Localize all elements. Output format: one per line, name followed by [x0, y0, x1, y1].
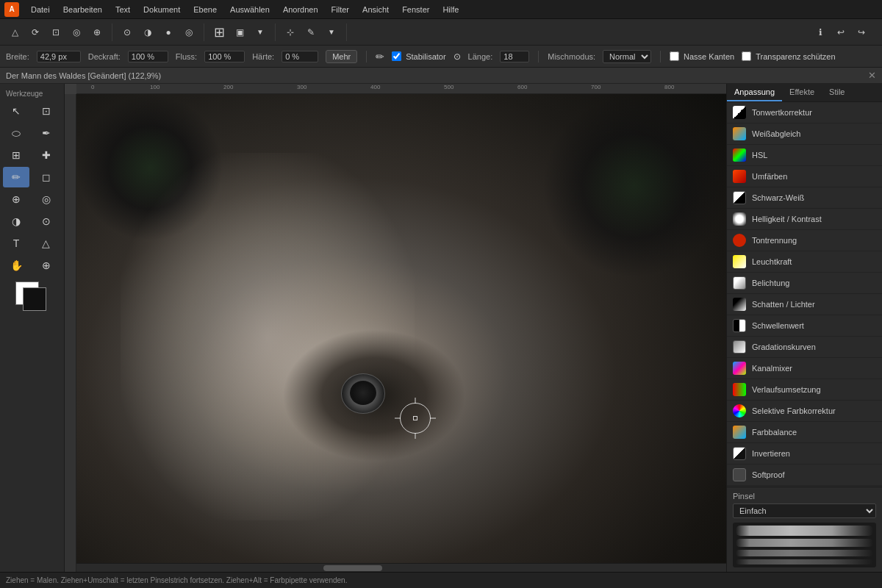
menu-fenster[interactable]: Fenster	[396, 3, 435, 16]
tool-heal[interactable]: ◎	[33, 189, 60, 209]
toolbar-btn-save[interactable]: ⊡	[47, 24, 65, 41]
transparenz-schuetzen-checkbox[interactable]	[742, 51, 751, 61]
menu-filter[interactable]: Filter	[326, 3, 355, 16]
toolbar-redo[interactable]: ↪	[853, 24, 870, 41]
adj-icon-belichtung	[733, 276, 746, 290]
menu-ebene[interactable]: Ebene	[187, 3, 223, 16]
toolbar-btn-share[interactable]: ⊕	[88, 24, 106, 41]
adj-farbbalance[interactable]: Farbbalance	[727, 422, 882, 443]
tool-shape[interactable]: △	[33, 233, 60, 254]
adj-helligkeit[interactable]: Helligkeit / Kontrast	[727, 209, 882, 230]
canvas-image[interactable]	[76, 94, 726, 563]
adj-verlauf[interactable]: Verlaufsumsetzung	[727, 379, 882, 401]
adj-icon-weissabgleich	[733, 127, 746, 140]
color-swatch[interactable]	[15, 282, 49, 309]
status-text: Ziehen = Malen. Ziehen+Umschalt = letzte…	[6, 576, 347, 584]
adj-selektiv[interactable]: Selektive Farbkorrektur	[727, 401, 882, 422]
tool-dodge[interactable]: ◑	[3, 211, 29, 232]
breite-input[interactable]	[37, 51, 81, 62]
close-document-button[interactable]: ✕	[868, 70, 876, 81]
tab-stile[interactable]: Stile	[822, 84, 852, 101]
adj-invertieren[interactable]: Invertieren	[727, 443, 882, 465]
menu-anordnen[interactable]: Anordnen	[277, 3, 324, 16]
adj-weissabgleich[interactable]: Weißabgleich	[727, 123, 882, 145]
tool-marquee[interactable]: ⊡	[33, 101, 60, 121]
adj-label-belichtung: Belichtung	[752, 279, 789, 287]
fluss-input[interactable]	[204, 51, 245, 62]
toolbar-assist-1[interactable]: ⊹	[282, 24, 299, 41]
tab-effekte[interactable]: Effekte	[782, 84, 822, 101]
stabilisator-checkbox[interactable]	[392, 51, 401, 61]
tool-smudge[interactable]: ⊙	[33, 211, 60, 232]
menu-ansicht[interactable]: Ansicht	[356, 3, 395, 16]
laenge-input[interactable]	[500, 51, 529, 62]
toolbar-mode-full[interactable]: ●	[159, 24, 177, 41]
tool-clone[interactable]: ⊕	[3, 189, 29, 209]
fluss-label: Fluss:	[176, 52, 197, 61]
tools-panel-title: Werkzeuge	[3, 88, 61, 101]
brush-type-select[interactable]: Einfach	[733, 503, 876, 518]
tool-brush[interactable]: ✏	[3, 167, 29, 187]
adj-umfarben[interactable]: Umfärben	[727, 166, 882, 187]
main-area: Werkzeuge ↖ ⊡ ⬭ ✒ ⊞ ✚ ✏ ◻ ⊕ ◎ ◑ ⊙ T △ ✋ …	[0, 84, 882, 572]
adj-kanal[interactable]: Kanalmixer	[727, 358, 882, 379]
menu-dokument[interactable]: Dokument	[137, 3, 186, 16]
adj-label-helligkeit: Helligkeit / Kontrast	[752, 215, 822, 223]
foreground-color-swatch[interactable]	[23, 287, 46, 311]
toolbar-btn-export[interactable]: ◎	[68, 24, 85, 41]
tab-anpassung[interactable]: Anpassung	[727, 84, 782, 101]
mehr-button[interactable]: Mehr	[326, 50, 357, 63]
tool-eraser[interactable]: ◻	[33, 167, 60, 187]
adj-gradation[interactable]: Gradationskurven	[727, 337, 882, 358]
adj-tonwertkorrekt[interactable]: Tonwertkorrektur	[727, 102, 882, 123]
menu-hilfe[interactable]: Hilfe	[437, 3, 465, 16]
menu-datei[interactable]: Datei	[25, 3, 56, 16]
adj-schatten[interactable]: Schatten / Lichter	[727, 294, 882, 315]
adj-leuchtkraft[interactable]: Leuchtkraft	[727, 251, 882, 273]
scrollbar-thumb-h[interactable]	[323, 565, 382, 571]
toolbar-layout-grid[interactable]: ⊞	[210, 24, 228, 41]
tool-select[interactable]: ↖	[3, 101, 29, 121]
nasse-kanten-checkbox[interactable]	[670, 51, 679, 61]
canvas-area[interactable]: 0 100 200 300 400 500 600 700 800	[65, 84, 726, 572]
adj-hsl[interactable]: HSL	[727, 145, 882, 166]
tool-hand[interactable]: ✋	[3, 255, 29, 276]
brush-stroke-4	[736, 559, 873, 564]
toolbar-assist-2[interactable]: ✎	[302, 24, 320, 41]
adj-icon-selektiv	[733, 404, 746, 417]
toolbar-btn-new[interactable]: △	[6, 24, 24, 41]
menu-bearbeiten[interactable]: Bearbeiten	[57, 3, 108, 16]
tool-pen[interactable]: ✒	[33, 123, 60, 143]
toolbar-mode-standard[interactable]: ⊙	[118, 24, 136, 41]
toolbar-mode-half[interactable]: ◑	[139, 24, 157, 41]
adj-schwarzweiss[interactable]: Schwarz-Weiß	[727, 187, 882, 209]
horizontal-scrollbar[interactable]	[76, 563, 726, 572]
adj-tontrennung[interactable]: Tontrennung	[727, 230, 882, 251]
tool-lasso[interactable]: ⬭	[3, 123, 29, 143]
toolbar-mode-circle[interactable]: ◎	[180, 24, 198, 41]
canvas-content[interactable]	[76, 94, 726, 563]
adj-icon-schwellenwert	[733, 319, 746, 332]
toolbar-undo[interactable]: ↩	[832, 24, 850, 41]
tool-crop[interactable]: ⊞	[3, 145, 29, 165]
toolbar-extra-1[interactable]: ▼	[251, 24, 269, 41]
deckraft-input[interactable]	[128, 51, 168, 62]
adj-softproof[interactable]: Softproof	[727, 465, 882, 486]
toolbar-assist-3[interactable]: ▼	[323, 24, 340, 41]
adj-schwellenwert[interactable]: Schwellenwert	[727, 315, 882, 337]
adj-icon-leuchtkraft	[733, 255, 746, 268]
toolbar-info[interactable]: ℹ	[811, 24, 829, 41]
brush-preview	[733, 523, 876, 567]
laenge-label: Länge:	[468, 52, 493, 61]
toolbar-layout-single[interactable]: ▣	[231, 24, 248, 41]
haerte-input[interactable]	[282, 51, 318, 62]
tool-eyedrop[interactable]: ✚	[33, 145, 60, 165]
toolbar-btn-open[interactable]: ⟳	[26, 24, 44, 41]
menu-auswaehlen[interactable]: Auswählen	[224, 3, 276, 16]
mischmodus-select[interactable]: Normal	[603, 50, 651, 63]
menu-text[interactable]: Text	[110, 3, 136, 16]
adj-belichtung[interactable]: Belichtung	[727, 273, 882, 294]
tool-text[interactable]: T	[3, 233, 29, 254]
tool-zoom[interactable]: ⊕	[33, 255, 60, 276]
ruler-h-label-0: 0	[91, 84, 94, 90]
